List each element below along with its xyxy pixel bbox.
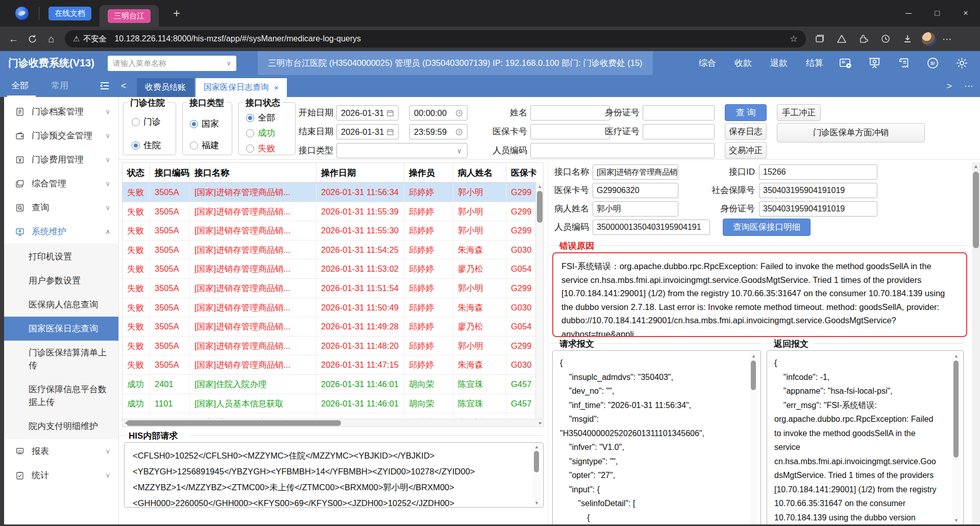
sidebar-item-statistics[interactable]: 统计 ∨ bbox=[4, 463, 118, 487]
sidebar-submenu-item[interactable]: 国家医保日志查询 bbox=[4, 317, 118, 341]
patient-name-input[interactable]: 郭小明 bbox=[593, 201, 678, 217]
minimize-button[interactable]: ─ bbox=[894, 0, 923, 27]
error-reason-box[interactable]: FSI-系统错误：org.apache.dubbo.rpc.RpcExcepti… bbox=[552, 252, 967, 337]
radio-icon[interactable] bbox=[246, 145, 254, 153]
header-nav-item[interactable]: 收款 bbox=[734, 57, 752, 69]
table-row[interactable]: 成功 1101 [国家]人员基本信息获取 2026-01-31 11:46:01… bbox=[122, 394, 536, 414]
table-row[interactable]: 失败 3505A [国家]进销存管理商品销... 2026-01-31 11:4… bbox=[122, 317, 536, 337]
table-row[interactable]: 失败 3505A [国家]进销存管理商品销... 2026-01-31 11:5… bbox=[122, 202, 536, 222]
download-icon[interactable] bbox=[900, 31, 915, 46]
radio-icon[interactable] bbox=[190, 120, 198, 128]
radio-icon[interactable] bbox=[246, 129, 254, 137]
table-row[interactable]: 失败 3505A [国家]进销存管理商品销... 2026-01-31 11:5… bbox=[122, 298, 536, 318]
table-row[interactable]: 失败 3505A [国家]进销存管理商品销... 2026-01-31 11:5… bbox=[122, 279, 536, 298]
tab-group-all[interactable]: 全部 bbox=[11, 75, 29, 95]
interface-type-select[interactable]: ∨ bbox=[336, 143, 468, 158]
browser-more-icon[interactable]: ⋯ bbox=[942, 33, 952, 45]
header-nav-item[interactable]: 退款 bbox=[770, 57, 788, 69]
profile-avatar[interactable] bbox=[922, 32, 936, 46]
page-tab[interactable]: 国家医保日志查询 × bbox=[195, 78, 287, 97]
tab-group-common[interactable]: 常用 bbox=[51, 75, 68, 95]
column-header[interactable]: 病人姓名 bbox=[453, 163, 506, 183]
si-card-reader-icon[interactable]: SI bbox=[839, 56, 852, 70]
interface-id-input[interactable]: 15266 bbox=[759, 164, 877, 180]
trade-reversal-button[interactable]: 交易冲正 bbox=[725, 142, 767, 159]
si-circle-icon[interactable]: SI bbox=[926, 56, 940, 70]
table-row[interactable]: 失败 3505A [国家]进销存管理商品销... 2026-01-31 11:5… bbox=[122, 259, 536, 279]
request-payload-scrollbar[interactable]: ▲ bbox=[750, 352, 757, 524]
table-horizontal-scrollbar[interactable]: ◄ ► bbox=[122, 419, 544, 426]
browser-tab-pinned[interactable]: 在线文档 bbox=[48, 7, 91, 20]
radio-icon[interactable] bbox=[132, 141, 140, 150]
sidebar-submenu-item[interactable]: 医疗保障信息平台数据上传 bbox=[4, 377, 118, 414]
close-button[interactable]: × bbox=[951, 0, 980, 27]
sidebar-submenu-item[interactable]: 用户参数设置 bbox=[4, 269, 118, 293]
extensions-icon[interactable] bbox=[856, 31, 871, 46]
gear-icon[interactable] bbox=[955, 56, 969, 70]
header-nav-item[interactable]: 综合 bbox=[699, 57, 716, 69]
idno-input[interactable] bbox=[643, 105, 715, 121]
radio-icon[interactable] bbox=[190, 141, 198, 150]
request-payload-box[interactable]: { "insuplc_admdvs": "350403", "dev_no": … bbox=[552, 350, 761, 526]
radio-icon[interactable] bbox=[132, 118, 140, 126]
end-time-picker[interactable]: 23:59:59 bbox=[409, 124, 468, 139]
mz-reversal-button[interactable]: 门诊医保单方面冲销 bbox=[777, 123, 925, 142]
detail-card-input[interactable]: G29906320 bbox=[593, 183, 678, 198]
table-row[interactable]: 失败 3505A [国家]进销存管理商品销... 2026-01-31 11:5… bbox=[122, 221, 536, 241]
tab-close-icon[interactable]: × bbox=[274, 83, 279, 92]
history-icon[interactable] bbox=[878, 31, 893, 46]
url-bar[interactable]: ⚠ 不安全 10.128.226.114:8000/his-mzsf/app/#… bbox=[65, 30, 806, 47]
menu-search[interactable]: ∨ bbox=[108, 56, 236, 71]
sidebar-item-reports[interactable]: 报表 ∨ bbox=[4, 439, 118, 463]
header-nav-item[interactable]: 结算 bbox=[806, 57, 823, 69]
detail-panel-scrollbar[interactable]: ▲ bbox=[972, 162, 980, 526]
url-text[interactable]: 10.128.226.114:8000/his-mzsf/app/#/sysMa… bbox=[114, 34, 361, 43]
interface-name-input[interactable]: [国家]进销存管理商品销售A bbox=[593, 164, 678, 180]
query-button[interactable]: 查 询 bbox=[725, 104, 767, 121]
column-header[interactable]: 医保卡号 bbox=[506, 163, 536, 183]
scroll-up-icon[interactable]: ▲ bbox=[536, 183, 544, 190]
home-icon[interactable]: ⌂ bbox=[42, 30, 61, 48]
radio-option[interactable]: 门诊 bbox=[132, 116, 161, 128]
column-header[interactable]: 操作日期 bbox=[316, 163, 404, 183]
table-row[interactable]: 失败 3505A [国家]进销存管理商品销... 2026-01-31 11:5… bbox=[122, 183, 536, 202]
sidebar-submenu-item[interactable]: 门诊医保结算清单上传 bbox=[4, 341, 118, 377]
alert-triangle-icon[interactable] bbox=[834, 31, 849, 46]
his-request-box[interactable]: <CFLSH0>10252</CFLSH0><MZZYMC>住院</MZZYMC… bbox=[124, 442, 544, 508]
calendar-icon[interactable] bbox=[386, 128, 394, 136]
collapse-menu-icon[interactable] bbox=[99, 80, 111, 92]
clock-icon[interactable] bbox=[455, 128, 463, 136]
page-tab[interactable]: 收费员结账 bbox=[137, 78, 194, 97]
radio-option[interactable]: 住院 bbox=[132, 139, 161, 151]
page-tab-label[interactable]: 国家医保日志查询 bbox=[204, 82, 269, 93]
person-code-input[interactable] bbox=[530, 143, 715, 158]
detail-idno-input[interactable]: 350403195904191019 bbox=[759, 201, 877, 217]
detail-person-code-input[interactable]: 35000001350403195904191 bbox=[593, 220, 710, 235]
radio-option[interactable]: 福建 bbox=[190, 139, 219, 151]
radio-option[interactable]: 全部 bbox=[246, 112, 275, 124]
back-icon[interactable]: ← bbox=[4, 30, 23, 48]
scrollbar-thumb[interactable] bbox=[751, 361, 756, 390]
response-payload-scrollbar[interactable]: ▲ ▼ bbox=[952, 352, 960, 524]
response-payload-box[interactable]: { "infcode": -1, "appname": "hsa-fsi-loc… bbox=[767, 350, 964, 526]
scrollbar-thumb[interactable] bbox=[127, 420, 341, 426]
favorite-star-icon[interactable]: ☆ bbox=[790, 33, 798, 44]
ssn-input[interactable]: 350403195904191019 bbox=[759, 183, 877, 198]
scroll-right-icon[interactable]: ► bbox=[537, 419, 544, 427]
sidebar-item-system-maintenance[interactable]: 系统维护 ∧ bbox=[4, 220, 118, 244]
calendar-icon[interactable] bbox=[386, 109, 394, 117]
radio-option[interactable]: 成功 bbox=[246, 127, 275, 139]
scrollbar-thumb[interactable] bbox=[973, 172, 979, 248]
tabs-scroll-left-icon[interactable]: < bbox=[121, 75, 127, 97]
collections-icon[interactable] bbox=[812, 31, 827, 46]
sidebar-submenu-item[interactable]: 院内支付明细维护 bbox=[4, 414, 118, 438]
sidebar-item-fees[interactable]: 门诊费用管理 ∨ bbox=[4, 148, 118, 172]
start-time-picker[interactable]: 00:00:00 bbox=[409, 105, 468, 121]
save-log-button[interactable]: 保存日志 bbox=[725, 123, 767, 140]
query-interface-detail-button[interactable]: 查询医保接口明细 bbox=[723, 219, 811, 236]
end-date-picker[interactable]: 2026-01-31 bbox=[336, 124, 399, 139]
radio-option[interactable]: 国家 bbox=[190, 118, 219, 130]
table-row[interactable]: 失败 3505A [国家]进销存管理商品销... 2026-01-31 11:4… bbox=[122, 337, 536, 356]
manual-reversal-button[interactable]: 手工冲正 bbox=[777, 104, 821, 121]
column-header[interactable]: 状态 bbox=[122, 163, 150, 183]
